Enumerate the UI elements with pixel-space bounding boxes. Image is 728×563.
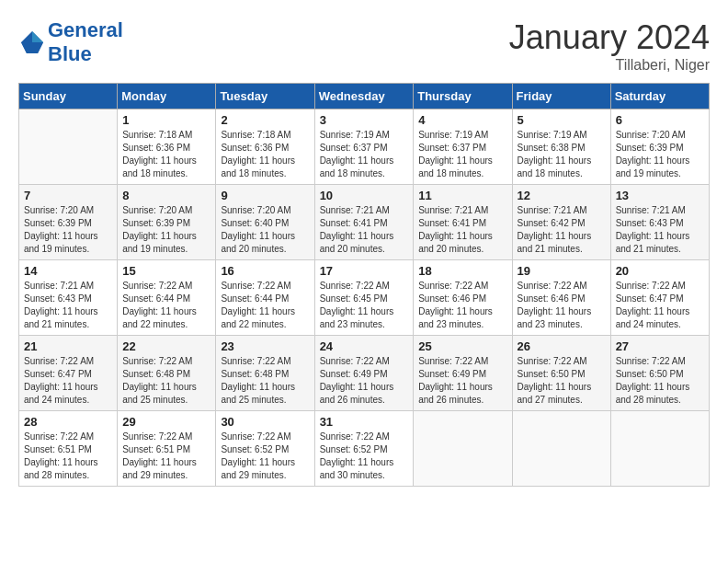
day-number: 13 [616, 189, 704, 202]
calendar-cell: 28Sunrise: 7:22 AM Sunset: 6:51 PM Dayli… [19, 411, 118, 487]
day-number: 26 [518, 339, 606, 353]
day-number: 2 [221, 113, 309, 127]
calendar-cell: 25Sunrise: 7:22 AM Sunset: 6:49 PM Dayli… [414, 336, 512, 411]
calendar-cell: 29Sunrise: 7:22 AM Sunset: 6:51 PM Dayli… [118, 411, 216, 487]
day-info: Sunrise: 7:22 AM Sunset: 6:45 PM Dayligh… [320, 280, 409, 331]
calendar-cell: 3Sunrise: 7:19 AM Sunset: 6:37 PM Daylig… [314, 109, 414, 185]
calendar-cell: 20Sunrise: 7:22 AM Sunset: 6:47 PM Dayli… [610, 260, 709, 336]
day-info: Sunrise: 7:22 AM Sunset: 6:48 PM Dayligh… [221, 355, 309, 407]
calendar-cell: 6Sunrise: 7:20 AM Sunset: 6:39 PM Daylig… [610, 109, 709, 185]
calendar-cell: 5Sunrise: 7:19 AM Sunset: 6:38 PM Daylig… [512, 109, 610, 185]
calendar-cell: 13Sunrise: 7:21 AM Sunset: 6:43 PM Dayli… [610, 185, 709, 260]
calendar-cell [610, 411, 709, 487]
day-number: 28 [24, 415, 112, 429]
day-number: 20 [616, 264, 704, 278]
calendar-cell: 10Sunrise: 7:21 AM Sunset: 6:41 PM Dayli… [314, 185, 414, 260]
logo-icon [18, 29, 46, 56]
day-number: 30 [221, 415, 309, 429]
day-info: Sunrise: 7:19 AM Sunset: 6:38 PM Dayligh… [518, 129, 606, 180]
day-info: Sunrise: 7:18 AM Sunset: 6:36 PM Dayligh… [122, 129, 210, 180]
day-number: 31 [320, 415, 409, 429]
day-info: Sunrise: 7:22 AM Sunset: 6:44 PM Dayligh… [122, 280, 210, 331]
week-row-4: 21Sunrise: 7:22 AM Sunset: 6:47 PM Dayli… [19, 336, 710, 411]
calendar-cell: 14Sunrise: 7:21 AM Sunset: 6:43 PM Dayli… [19, 260, 118, 336]
day-info: Sunrise: 7:20 AM Sunset: 6:39 PM Dayligh… [616, 129, 704, 180]
day-number: 27 [616, 339, 704, 353]
day-info: Sunrise: 7:22 AM Sunset: 6:47 PM Dayligh… [24, 355, 112, 407]
week-row-1: 1Sunrise: 7:18 AM Sunset: 6:36 PM Daylig… [19, 109, 710, 185]
day-number: 22 [122, 339, 210, 353]
column-header-friday: Friday [512, 84, 610, 109]
calendar-cell [19, 109, 118, 185]
week-row-5: 28Sunrise: 7:22 AM Sunset: 6:51 PM Dayli… [19, 411, 710, 487]
day-number: 9 [221, 189, 309, 202]
calendar-body: 1Sunrise: 7:18 AM Sunset: 6:36 PM Daylig… [19, 109, 710, 487]
calendar-table: SundayMondayTuesdayWednesdayThursdayFrid… [18, 83, 710, 487]
calendar-cell: 19Sunrise: 7:22 AM Sunset: 6:46 PM Dayli… [512, 260, 610, 336]
day-info: Sunrise: 7:22 AM Sunset: 6:46 PM Dayligh… [518, 280, 606, 331]
day-number: 14 [24, 264, 112, 278]
column-header-saturday: Saturday [610, 84, 709, 109]
day-number: 21 [24, 339, 112, 353]
day-number: 23 [221, 339, 309, 353]
day-info: Sunrise: 7:22 AM Sunset: 6:46 PM Dayligh… [418, 280, 506, 331]
day-info: Sunrise: 7:19 AM Sunset: 6:37 PM Dayligh… [320, 129, 409, 180]
calendar-cell [414, 411, 512, 487]
day-info: Sunrise: 7:18 AM Sunset: 6:36 PM Dayligh… [221, 129, 309, 180]
calendar-cell: 8Sunrise: 7:20 AM Sunset: 6:39 PM Daylig… [118, 185, 216, 260]
svg-marker-1 [32, 31, 43, 42]
day-number: 10 [320, 189, 409, 202]
column-header-tuesday: Tuesday [216, 84, 314, 109]
day-number: 25 [418, 339, 506, 353]
calendar-cell: 30Sunrise: 7:22 AM Sunset: 6:52 PM Dayli… [216, 411, 314, 487]
day-info: Sunrise: 7:22 AM Sunset: 6:50 PM Dayligh… [616, 355, 704, 407]
day-number: 16 [221, 264, 309, 278]
location-subtitle: Tillaberi, Niger [509, 57, 710, 74]
calendar-cell: 16Sunrise: 7:22 AM Sunset: 6:44 PM Dayli… [216, 260, 314, 336]
day-number: 4 [418, 113, 506, 127]
calendar-cell: 9Sunrise: 7:20 AM Sunset: 6:40 PM Daylig… [216, 185, 314, 260]
logo: General Blue [18, 18, 123, 66]
day-number: 6 [616, 113, 704, 127]
day-number: 17 [320, 264, 409, 278]
logo-text: General Blue [48, 18, 123, 66]
day-number: 7 [24, 189, 112, 202]
day-number: 19 [518, 264, 606, 278]
title-block: January 2024 Tillaberi, Niger [509, 18, 710, 74]
day-info: Sunrise: 7:19 AM Sunset: 6:37 PM Dayligh… [418, 129, 506, 180]
day-info: Sunrise: 7:22 AM Sunset: 6:50 PM Dayligh… [518, 355, 606, 407]
day-info: Sunrise: 7:22 AM Sunset: 6:49 PM Dayligh… [320, 355, 409, 407]
calendar-cell: 17Sunrise: 7:22 AM Sunset: 6:45 PM Dayli… [314, 260, 414, 336]
day-info: Sunrise: 7:22 AM Sunset: 6:51 PM Dayligh… [122, 431, 210, 482]
week-row-3: 14Sunrise: 7:21 AM Sunset: 6:43 PM Dayli… [19, 260, 710, 336]
day-info: Sunrise: 7:22 AM Sunset: 6:51 PM Dayligh… [24, 431, 112, 482]
calendar-cell: 1Sunrise: 7:18 AM Sunset: 6:36 PM Daylig… [118, 109, 216, 185]
day-number: 15 [122, 264, 210, 278]
calendar-cell: 23Sunrise: 7:22 AM Sunset: 6:48 PM Dayli… [216, 336, 314, 411]
day-info: Sunrise: 7:21 AM Sunset: 6:41 PM Dayligh… [320, 204, 409, 256]
calendar-cell: 7Sunrise: 7:20 AM Sunset: 6:39 PM Daylig… [19, 185, 118, 260]
calendar-cell: 24Sunrise: 7:22 AM Sunset: 6:49 PM Dayli… [314, 336, 414, 411]
column-header-sunday: Sunday [19, 84, 118, 109]
page-header: General Blue January 2024 Tillaberi, Nig… [18, 18, 710, 74]
svg-marker-2 [21, 42, 43, 53]
calendar-cell: 21Sunrise: 7:22 AM Sunset: 6:47 PM Dayli… [19, 336, 118, 411]
column-header-thursday: Thursday [414, 84, 512, 109]
day-info: Sunrise: 7:21 AM Sunset: 6:43 PM Dayligh… [616, 204, 704, 256]
calendar-cell: 4Sunrise: 7:19 AM Sunset: 6:37 PM Daylig… [414, 109, 512, 185]
calendar-cell: 27Sunrise: 7:22 AM Sunset: 6:50 PM Dayli… [610, 336, 709, 411]
day-number: 1 [122, 113, 210, 127]
day-number: 8 [122, 189, 210, 202]
day-number: 11 [418, 189, 506, 202]
calendar-cell: 15Sunrise: 7:22 AM Sunset: 6:44 PM Dayli… [118, 260, 216, 336]
day-info: Sunrise: 7:22 AM Sunset: 6:47 PM Dayligh… [616, 280, 704, 331]
calendar-header-row: SundayMondayTuesdayWednesdayThursdayFrid… [19, 84, 710, 109]
day-info: Sunrise: 7:20 AM Sunset: 6:40 PM Dayligh… [221, 204, 309, 256]
calendar-cell: 26Sunrise: 7:22 AM Sunset: 6:50 PM Dayli… [512, 336, 610, 411]
column-header-wednesday: Wednesday [314, 84, 414, 109]
day-number: 3 [320, 113, 409, 127]
day-info: Sunrise: 7:22 AM Sunset: 6:48 PM Dayligh… [122, 355, 210, 407]
day-info: Sunrise: 7:22 AM Sunset: 6:52 PM Dayligh… [221, 431, 309, 482]
day-info: Sunrise: 7:22 AM Sunset: 6:49 PM Dayligh… [418, 355, 506, 407]
day-number: 12 [518, 189, 606, 202]
